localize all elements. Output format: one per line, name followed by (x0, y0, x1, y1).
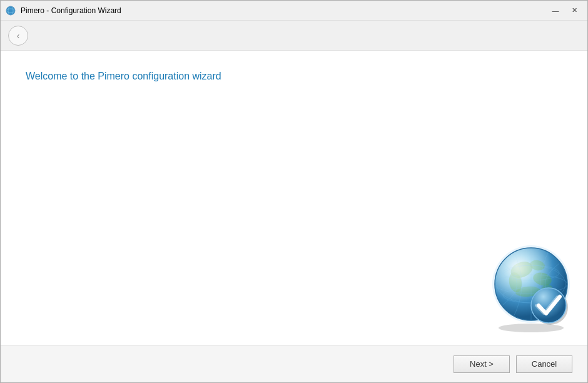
close-button[interactable]: ✕ (566, 4, 582, 17)
cancel-button[interactable]: Cancel (516, 355, 572, 373)
minimize-button[interactable]: — (547, 4, 564, 17)
window-title: Pimero - Configuration Wizard (21, 6, 121, 15)
footer: Next > Cancel (1, 345, 587, 382)
globe-svg (487, 242, 575, 332)
nav-bar: ‹ (1, 21, 587, 51)
globe-illustration (487, 242, 575, 332)
back-button[interactable]: ‹ (8, 26, 28, 46)
title-bar-controls: — ✕ (547, 4, 582, 17)
app-icon (6, 6, 16, 16)
welcome-text: Welcome to the Pimero configuration wiza… (1, 51, 587, 102)
title-bar-left: Pimero - Configuration Wizard (6, 6, 121, 16)
svg-point-4 (499, 324, 564, 332)
content-area: Welcome to the Pimero configuration wiza… (1, 51, 587, 345)
back-icon: ‹ (17, 31, 20, 41)
wizard-window: Pimero - Configuration Wizard — ✕ ‹ Welc… (0, 0, 588, 383)
title-bar: Pimero - Configuration Wizard — ✕ (1, 1, 587, 21)
next-button[interactable]: Next > (454, 355, 510, 373)
